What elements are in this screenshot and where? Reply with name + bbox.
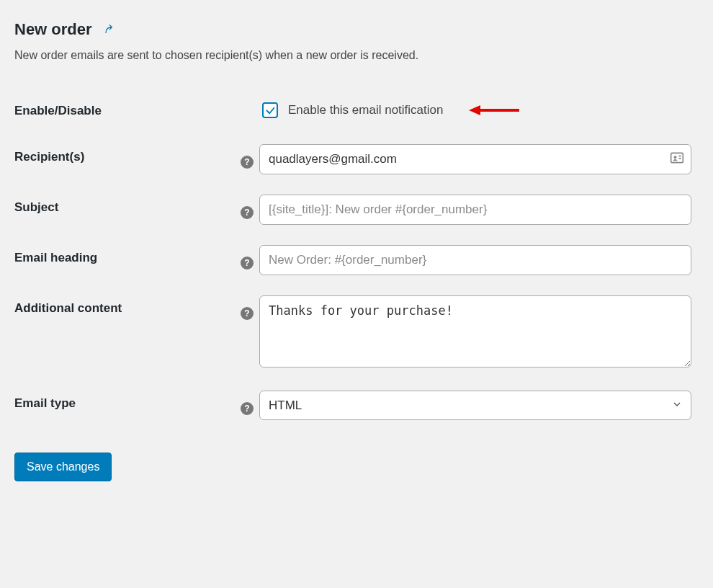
additional-content-textarea[interactable]: Thanks for your purchase! [259,295,691,368]
label-email-type: Email type [14,380,230,431]
enable-checkbox[interactable] [262,102,278,118]
help-icon[interactable]: ? [241,206,254,219]
page-description: New order emails are sent to chosen reci… [14,49,699,62]
email-heading-input[interactable] [259,245,691,275]
enable-checkbox-label: Enable this email notification [288,103,443,117]
page-title: New order [14,20,699,39]
save-changes-button[interactable]: Save changes [14,453,112,481]
label-additional: Additional content [14,285,230,380]
subject-input[interactable] [259,195,691,225]
help-icon[interactable]: ? [241,402,254,415]
svg-marker-1 [469,105,480,115]
label-recipients: Recipient(s) [14,134,230,184]
recipients-input[interactable] [259,144,691,174]
label-heading: Email heading [14,235,230,285]
annotation-arrow-icon [469,103,519,117]
help-icon[interactable]: ? [241,307,254,320]
help-icon[interactable]: ? [241,156,254,169]
label-enable: Enable/Disable [14,88,230,134]
page-title-text: New order [14,20,92,39]
label-subject: Subject [14,184,230,235]
help-icon[interactable]: ? [241,257,254,270]
back-link-icon[interactable] [102,22,117,37]
email-type-select[interactable]: HTML [259,391,691,420]
